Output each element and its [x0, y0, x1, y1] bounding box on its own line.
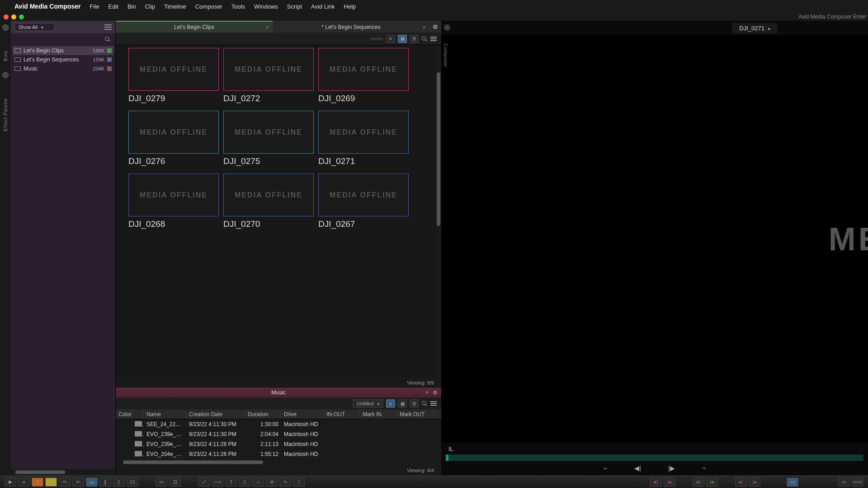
- composer-viewer[interactable]: MEDIA O: [441, 35, 868, 443]
- frame-view-icon[interactable]: ▦: [398, 399, 407, 408]
- clip-thumbnail[interactable]: MEDIA OFFLINE: [128, 48, 219, 91]
- minimize-window-icon[interactable]: [11, 14, 16, 19]
- tool-hamburger-icon[interactable]: ≡: [18, 478, 30, 487]
- col-drive[interactable]: Drive: [281, 409, 324, 419]
- col-name[interactable]: Name: [144, 409, 186, 419]
- close-icon[interactable]: ×: [444, 24, 450, 31]
- close-icon[interactable]: ×: [422, 24, 426, 31]
- mark-out-icon[interactable]: ¬: [702, 465, 706, 472]
- tool-motion-icon[interactable]: ⤴: [293, 478, 305, 487]
- tool-dual-monitor-icon[interactable]: ▭▭: [852, 478, 863, 487]
- music-bin-header[interactable]: Music × ⚙: [116, 388, 441, 398]
- sidebar-hscroll[interactable]: [15, 470, 65, 474]
- clip-thumbnail[interactable]: MEDIA OFFLINE: [318, 48, 409, 91]
- play-icon[interactable]: |▶: [668, 465, 675, 472]
- menu-tools[interactable]: Tools: [231, 3, 245, 10]
- clip-card[interactable]: MEDIA OFFLINEDJI_0279: [128, 48, 219, 103]
- tool-insert-icon[interactable]: ▯▯: [127, 478, 138, 487]
- text-view-icon[interactable]: ≡: [386, 35, 395, 43]
- tab-clips[interactable]: Let's Begin Clips ×: [116, 21, 273, 33]
- tool-keyframe-icon[interactable]: ∿: [279, 478, 291, 487]
- menu-script[interactable]: Script: [287, 3, 302, 10]
- tool-source-icon[interactable]: ⊡: [169, 478, 181, 487]
- music-layout-dropdown[interactable]: Untitled: [353, 399, 383, 408]
- script-view-icon[interactable]: ☰: [410, 399, 419, 408]
- table-row[interactable]: EVO_204e_1_Bef...9/23/22 4:11:26 PM1:55:…: [116, 449, 441, 459]
- clip-card[interactable]: MEDIA OFFLINEDJI_0267: [318, 174, 409, 229]
- table-row[interactable]: EVO_239e_13_P...9/23/22 4:11:30 PM2:04:0…: [116, 429, 441, 439]
- menu-edit[interactable]: Edit: [108, 3, 118, 10]
- menu-help[interactable]: Help: [344, 3, 356, 10]
- text-view-icon[interactable]: ≡: [386, 399, 395, 408]
- tool-disable-icon[interactable]: ⊘: [266, 478, 278, 487]
- col-duration[interactable]: Duration: [245, 409, 281, 419]
- table-row[interactable]: EVO_239e_11_St...9/23/22 4:11:26 PM2:11:…: [116, 439, 441, 449]
- tool-split-icon[interactable]: ‖: [99, 478, 111, 487]
- close-icon[interactable]: ×: [425, 389, 429, 396]
- tool-trim-right-red-icon[interactable]: |◂: [749, 478, 760, 487]
- maximize-window-icon[interactable]: [19, 14, 24, 19]
- effect-palette-vlabel[interactable]: Effect Palette: [3, 98, 8, 131]
- tool-segment-icon[interactable]: ▶: [5, 478, 16, 487]
- tool-clip-icon[interactable]: ▯: [239, 478, 250, 487]
- gear-icon[interactable]: ⚙: [433, 389, 438, 396]
- tool-extract-icon[interactable]: ▭: [45, 478, 57, 487]
- menu-timeline[interactable]: Timeline: [164, 3, 186, 10]
- tool-fade-icon[interactable]: ⤢: [198, 478, 210, 487]
- tool-lift-icon[interactable]: ↥: [32, 478, 43, 487]
- sidebar-menu-icon[interactable]: [104, 24, 112, 30]
- clip-thumbnail[interactable]: MEDIA OFFLINE: [318, 111, 409, 154]
- col-color[interactable]: Color: [116, 409, 132, 419]
- bin-menu-icon[interactable]: [430, 37, 437, 41]
- bin-item-clips[interactable]: Let's Begin Clips 166K: [13, 46, 113, 55]
- clip-thumbnail[interactable]: MEDIA OFFLINE: [128, 174, 219, 216]
- tool-single-monitor-icon[interactable]: ▭: [838, 478, 850, 487]
- search-icon[interactable]: [421, 400, 428, 407]
- clip-card[interactable]: MEDIA OFFLINEDJI_0275: [223, 111, 314, 166]
- tool-trim-left-green-icon[interactable]: ▸|: [693, 478, 704, 487]
- clip-card[interactable]: MEDIA OFFLINEDJI_0271: [318, 111, 409, 166]
- show-all-dropdown[interactable]: Show All: [14, 23, 55, 31]
- clip-card[interactable]: MEDIA OFFLINEDJI_0268: [128, 174, 219, 229]
- clip-card[interactable]: MEDIA OFFLINEDJI_0269: [318, 48, 409, 103]
- col-markout[interactable]: Mark OUT: [397, 409, 434, 419]
- panel-toggle-icon[interactable]: [2, 72, 9, 78]
- bins-vlabel[interactable]: Bins: [3, 51, 8, 61]
- mark-in-icon[interactable]: ⌐: [604, 465, 607, 472]
- menu-avidlink[interactable]: Avid Link: [311, 3, 335, 10]
- col-inout[interactable]: IN-OUT: [324, 409, 360, 419]
- search-icon[interactable]: [421, 36, 428, 42]
- frame-view-icon[interactable]: ▦: [398, 35, 407, 43]
- zoom-slider[interactable]: [370, 38, 383, 40]
- menu-clip[interactable]: Clip: [145, 3, 155, 10]
- tool-marker-icon[interactable]: ○: [252, 478, 264, 487]
- bin-menu-icon[interactable]: [430, 401, 437, 406]
- clip-card[interactable]: MEDIA OFFLINEDJI_0276: [128, 111, 219, 166]
- menu-windows[interactable]: Windows: [254, 3, 278, 10]
- menu-bin[interactable]: Bin: [127, 3, 136, 10]
- tool-link-icon[interactable]: ⫘: [86, 478, 98, 487]
- menu-file[interactable]: File: [90, 3, 99, 10]
- tool-trim-a-icon[interactable]: ⇤: [72, 478, 84, 487]
- clip-thumbnail[interactable]: MEDIA OFFLINE: [223, 111, 314, 154]
- tool-title-icon[interactable]: T: [225, 478, 237, 487]
- clip-card[interactable]: MEDIA OFFLINEDJI_0272: [223, 48, 314, 103]
- tool-sync-lock-right-icon[interactable]: |◂: [664, 478, 675, 487]
- clip-thumbnail[interactable]: MEDIA OFFLINE: [223, 48, 314, 91]
- composer-clip-dropdown[interactable]: DJI_0271: [732, 23, 778, 33]
- tool-sync-lock-left-icon[interactable]: ▸|: [650, 478, 662, 487]
- close-window-icon[interactable]: [4, 14, 9, 19]
- menu-composer[interactable]: Composer: [195, 3, 222, 10]
- script-view-icon[interactable]: ☰: [410, 35, 419, 43]
- search-icon[interactable]: [104, 36, 111, 42]
- clip-thumbnail[interactable]: MEDIA OFFLINE: [318, 174, 409, 216]
- bin-item-music[interactable]: Music 204K: [13, 64, 113, 73]
- tool-view-icon[interactable]: ▭: [787, 478, 798, 487]
- close-icon[interactable]: ×: [265, 24, 269, 31]
- tool-trim-right-green-icon[interactable]: |◂: [706, 478, 718, 487]
- tool-trim-left-red-icon[interactable]: ▸|: [735, 478, 747, 487]
- tool-overwrite-icon[interactable]: ▯: [113, 478, 125, 487]
- composer-position-bar[interactable]: [446, 455, 863, 461]
- tab-settings-icon[interactable]: ⚙: [429, 21, 441, 33]
- tool-monitor-icon[interactable]: ▭: [156, 478, 167, 487]
